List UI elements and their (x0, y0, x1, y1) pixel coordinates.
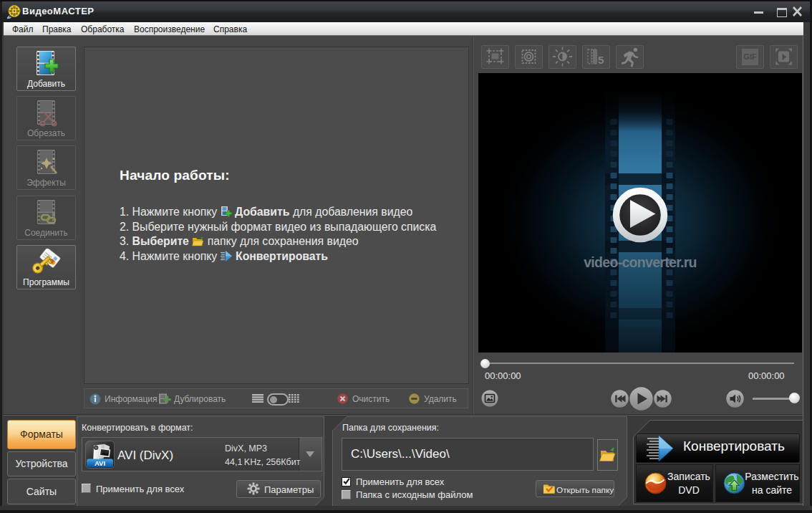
svg-text:video-converter.ru: video-converter.ru (584, 254, 697, 270)
svg-text:5: 5 (598, 54, 604, 66)
svg-text:AVI: AVI (95, 459, 105, 467)
